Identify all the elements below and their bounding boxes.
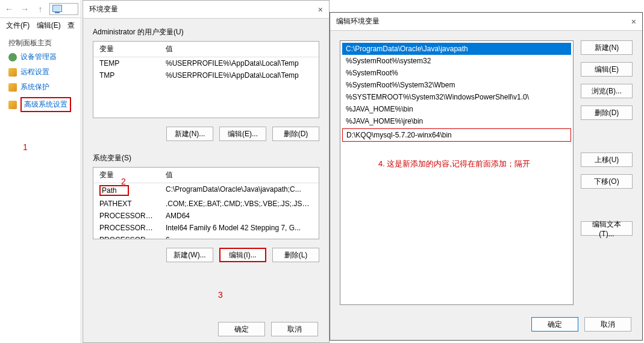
- table-header: 变量 值: [93, 42, 319, 57]
- edit-button[interactable]: 编辑(I)...: [219, 248, 266, 262]
- dialog-titlebar: 编辑环境变量 ×: [330, 13, 642, 31]
- ok-button[interactable]: 确定: [531, 317, 578, 332]
- shield-icon: [8, 53, 17, 61]
- table-row[interactable]: PROCESSOR_AR... AMD64: [93, 210, 319, 222]
- edit-button[interactable]: 编辑(E)...: [219, 127, 266, 141]
- close-icon[interactable]: ×: [318, 5, 323, 14]
- col-variable: 变量: [93, 168, 160, 183]
- menu-bar: 文件(F) 编辑(E) 查: [0, 18, 81, 33]
- list-item[interactable]: %SystemRoot%\system32: [342, 55, 571, 67]
- annotation-2: 2: [121, 177, 126, 186]
- link-label: 设备管理器: [20, 52, 57, 62]
- table-row[interactable]: TEMP %USERPROFILE%\AppData\Local\Temp: [93, 57, 319, 69]
- table-row[interactable]: Path C:\ProgramData\Oracle\Java\javapath…: [93, 183, 319, 198]
- annotation-1: 1: [23, 142, 28, 152]
- link-label: 系统保护: [20, 82, 49, 92]
- forward-arrow-icon: →: [18, 2, 31, 16]
- dialog-footer: 确定 取消: [531, 317, 631, 332]
- edit-env-variable-dialog: 编辑环境变量 × C:\ProgramData\Oracle\Java\java…: [330, 12, 643, 341]
- menu-view[interactable]: 查: [65, 19, 77, 31]
- dialog-title: 编辑环境变量: [336, 16, 380, 27]
- cancel-button[interactable]: 取消: [271, 322, 318, 336]
- delete-button[interactable]: 删除(D): [581, 105, 633, 120]
- control-panel-home[interactable]: 控制面板主页: [8, 38, 72, 48]
- new-button[interactable]: 新建(N): [581, 40, 633, 55]
- dialog-titlebar: 环境变量 ×: [83, 1, 329, 19]
- move-down-button[interactable]: 下移(O): [581, 174, 633, 189]
- list-item[interactable]: C:\ProgramData\Oracle\Java\javapath: [342, 43, 571, 55]
- menu-edit[interactable]: 编辑(E): [34, 19, 63, 31]
- list-item[interactable]: %SYSTEMROOT%\System32\WindowsPowerShell\…: [342, 91, 571, 103]
- up-arrow-icon[interactable]: ↑: [34, 2, 47, 16]
- col-variable: 变量: [93, 42, 160, 57]
- menu-file[interactable]: 文件(F): [4, 19, 32, 31]
- link-label: 远程设置: [20, 67, 49, 77]
- sidebar-links: 控制面板主页 设备管理器 远程设置 系统保护 高级系统设置: [0, 33, 81, 122]
- address-field[interactable]: [49, 3, 78, 15]
- new-button[interactable]: 新建(W)...: [166, 248, 213, 262]
- computer-icon: [52, 5, 62, 13]
- delete-button[interactable]: 删除(L): [272, 248, 319, 262]
- link-remote-settings[interactable]: 远程设置: [8, 67, 72, 77]
- delete-button[interactable]: 删除(D): [272, 127, 319, 141]
- list-item[interactable]: %JAVA_HOME%\jre\bin: [342, 115, 571, 127]
- table-row[interactable]: PROCESSOR_LEV 6: [93, 234, 319, 239]
- user-vars-buttons: 新建(N)... 编辑(E)... 删除(D): [93, 127, 319, 141]
- annotation-4: 4. 这是新添加的内容,记得在前面添加；隔开: [378, 159, 530, 169]
- col-value: 值: [160, 168, 319, 183]
- list-item[interactable]: D:\KQQ\mysql-5.7.20-winx64\bin: [342, 128, 571, 142]
- shield-icon: [8, 101, 17, 109]
- link-device-manager[interactable]: 设备管理器: [8, 52, 72, 62]
- list-item[interactable]: %JAVA_HOME%\bin: [342, 103, 571, 115]
- env-variables-dialog: 环境变量 × Administrator 的用户变量(U) 变量 值 TEMP …: [83, 0, 330, 343]
- col-value: 值: [160, 42, 319, 57]
- dialog-title: 环境变量: [89, 4, 118, 14]
- move-up-button[interactable]: 上移(U): [581, 153, 633, 167]
- shield-icon: [8, 68, 17, 77]
- edit-button[interactable]: 编辑(E): [581, 62, 633, 77]
- table-row[interactable]: PATHEXT .COM;.EXE;.BAT;.CMD;.VBS;.VBE;.J…: [93, 198, 319, 210]
- annotation-3: 3: [218, 290, 223, 300]
- browse-button[interactable]: 浏览(B)...: [581, 84, 633, 98]
- explorer-sidebar: ← → ↑ 文件(F) 编辑(E) 查 控制面板主页 设备管理器 远程设置 系统…: [0, 0, 81, 343]
- list-item[interactable]: %SystemRoot%: [342, 67, 571, 79]
- system-vars-label: 系统变量(S): [93, 153, 319, 163]
- table-row[interactable]: PROCESSOR_IDE... Intel64 Family 6 Model …: [93, 222, 319, 234]
- link-label: 高级系统设置: [20, 97, 71, 112]
- shield-icon: [8, 83, 17, 92]
- system-vars-table[interactable]: 变量 值 Path C:\ProgramData\Oracle\Java\jav…: [93, 167, 319, 239]
- link-system-protection[interactable]: 系统保护: [8, 82, 72, 92]
- address-bar: ← → ↑: [0, 0, 81, 18]
- edit-text-button[interactable]: 编辑文本(T)...: [581, 221, 633, 236]
- new-button[interactable]: 新建(N)...: [166, 127, 213, 141]
- user-vars-label: Administrator 的用户变量(U): [93, 27, 319, 37]
- table-row[interactable]: TMP %USERPROFILE%\AppData\Local\Temp: [93, 69, 319, 81]
- link-advanced-settings[interactable]: 高级系统设置: [8, 97, 72, 112]
- list-item[interactable]: %SystemRoot%\System32\Wbem: [342, 79, 571, 91]
- user-vars-table[interactable]: 变量 值 TEMP %USERPROFILE%\AppData\Local\Te…: [93, 41, 319, 118]
- system-vars-buttons: 新建(W)... 编辑(I)... 删除(L): [93, 248, 319, 262]
- close-icon[interactable]: ×: [631, 17, 636, 27]
- ok-button[interactable]: 确定: [218, 322, 265, 336]
- table-header: 变量 值: [93, 168, 319, 183]
- path-list[interactable]: C:\ProgramData\Oracle\Java\javapath %Sys…: [340, 40, 574, 305]
- back-arrow-icon[interactable]: ←: [2, 2, 16, 16]
- dialog-footer: 确定 取消: [218, 322, 318, 336]
- cancel-button[interactable]: 取消: [584, 317, 631, 332]
- edit-right-buttons: 新建(N) 编辑(E) 浏览(B)... 删除(D) 上移(U) 下移(O) 编…: [581, 40, 633, 305]
